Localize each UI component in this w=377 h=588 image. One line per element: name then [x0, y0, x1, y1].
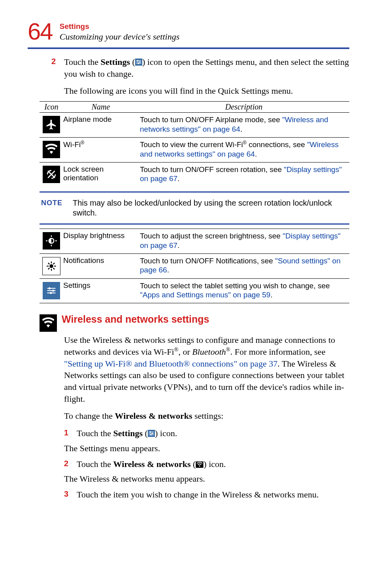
procedure-step: 1 Touch the Settings () icon. [64, 427, 349, 439]
svg-point-33 [150, 434, 152, 436]
svg-point-24 [49, 287, 51, 289]
table-header-name: Name [63, 102, 138, 112]
cell-icon [40, 256, 63, 275]
table-row: Display brightness Touch to adjust the s… [40, 229, 349, 253]
cell-icon [40, 281, 63, 299]
cell-name: Notifications [63, 256, 140, 265]
settings-slider-icon [148, 430, 155, 437]
svg-point-25 [52, 289, 54, 291]
page-number: 64 [28, 20, 53, 43]
cell-desc: Touch to turn ON/OFF Notifications, see … [140, 256, 349, 275]
change-lead: To change the Wireless & networks settin… [64, 410, 349, 422]
cell-name: Lock screen orientation [63, 165, 140, 183]
cell-name: Airplane mode [63, 115, 140, 124]
table-row: Notifications Touch to turn ON/OFF Notif… [40, 253, 349, 278]
table-row: Lock screen orientation Touch to turn ON… [40, 162, 349, 187]
procedure-step: 3 Touch the item you wish to change in t… [64, 489, 349, 501]
step-text: Touch the Settings () icon to open the S… [64, 56, 349, 79]
rotation-lock-icon [43, 166, 60, 183]
lead-paragraph: The following are icons you will find in… [64, 85, 349, 97]
svg-point-29 [149, 431, 151, 433]
step-result: The Wireless & networks menu appears. [64, 473, 349, 485]
svg-point-31 [152, 433, 153, 434]
chapter-subtitle: Customizing your device's settings [60, 32, 180, 42]
page-header: 64 Settings Customizing your device's se… [28, 20, 349, 43]
quick-settings-table: Icon Name Description Airplane mode Touc… [40, 101, 349, 187]
step-text: Touch the item you wish to change in the… [77, 489, 349, 501]
cell-name: Display brightness [63, 231, 140, 240]
quick-settings-table-cont: Display brightness Touch to adjust the s… [40, 229, 349, 303]
svg-line-18 [53, 268, 55, 269]
svg-point-4 [139, 61, 141, 63]
cell-desc: Touch to select the tablet setting you w… [140, 281, 349, 300]
wifi-icon [43, 141, 60, 158]
procedure-step: 2 Touch the Wireless & networks () icon. [64, 458, 349, 470]
svg-point-6 [138, 63, 139, 64]
step-result: The Settings menu appears. [64, 442, 349, 454]
step-text: Touch the Settings () icon. [77, 427, 349, 439]
cell-desc: Touch to turn ON/OFF Airplane mode, see … [140, 115, 349, 134]
settings-slider-icon [135, 59, 142, 66]
section-heading: Wireless and networks settings [40, 314, 349, 332]
airplane-icon [43, 116, 60, 133]
step-number: 2 [51, 56, 58, 79]
intro-step: 2 Touch the Settings () icon to open the… [51, 56, 349, 79]
table-header-desc: Description [138, 102, 349, 112]
svg-point-2 [137, 60, 138, 62]
cell-desc: Touch to view the current Wi-Fi® connect… [140, 140, 349, 159]
step-number: 1 [64, 427, 71, 439]
table-row: Airplane mode Touch to turn ON/OFF Airpl… [40, 113, 349, 137]
link-setting-up-wifi-bt[interactable]: "Setting up Wi-Fi® and Bluetooth® connec… [64, 359, 277, 369]
cell-desc: Touch to turn ON/OFF screen rotation, se… [140, 165, 349, 184]
cell-icon [40, 165, 63, 183]
note-text: This may also be locked/unlocked by usin… [73, 198, 348, 218]
svg-line-19 [48, 268, 50, 269]
wifi-icon [40, 314, 57, 332]
table-row: Wi-Fi® Touch to view the current Wi-Fi® … [40, 137, 349, 162]
table-header-row: Icon Name Description [40, 102, 349, 113]
svg-line-20 [53, 263, 55, 264]
table-header-icon: Icon [40, 102, 63, 112]
wifi-icon [196, 461, 204, 468]
cell-name: Wi-Fi® [63, 140, 140, 149]
link-apps-settings[interactable]: "Apps and Settings menus" on page 59 [140, 291, 270, 299]
cell-icon [40, 231, 63, 250]
cell-icon [40, 140, 63, 158]
note-label: NOTE [41, 198, 65, 218]
brightness-icon [43, 232, 60, 250]
cell-name: Settings [63, 281, 140, 290]
cell-desc: Touch to adjust the screen brightness, s… [140, 231, 349, 250]
header-rule [28, 47, 349, 49]
cell-icon [40, 115, 63, 133]
note-block: NOTE This may also be locked/unlocked by… [40, 191, 349, 225]
svg-point-12 [49, 264, 53, 268]
svg-line-17 [48, 263, 50, 264]
step-text: Touch the Wireless & networks () icon. [77, 458, 349, 470]
notification-icon [42, 257, 60, 275]
section-title: Wireless and networks settings [62, 314, 209, 325]
step-number: 3 [64, 489, 71, 501]
step-number: 2 [64, 458, 71, 470]
chapter-title: Settings [60, 22, 180, 31]
table-row: Settings Touch to select the tablet sett… [40, 278, 349, 304]
section-paragraph: Use the Wireless & networks settings to … [64, 334, 349, 405]
svg-point-26 [50, 292, 52, 294]
settings-slider-icon [43, 282, 60, 299]
